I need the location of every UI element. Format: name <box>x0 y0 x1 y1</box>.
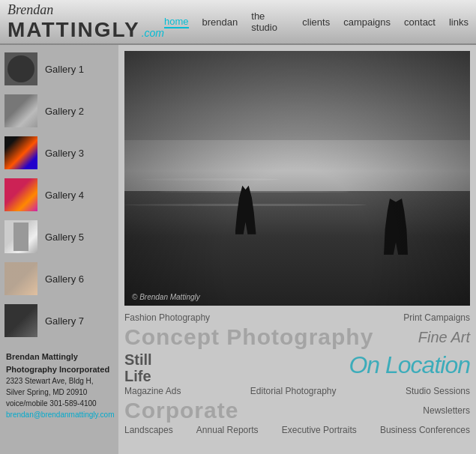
nav-campaigns[interactable]: campaigns <box>343 16 391 28</box>
gallery-label-4: Gallery 4 <box>45 190 84 201</box>
contact-name-line2: Photography Incorporated <box>6 363 112 376</box>
studio-sessions-label[interactable]: Studio Sessions <box>406 386 470 396</box>
still-life-line1-label[interactable]: Still <box>124 351 152 368</box>
contact-address: 2323 Stewart Ave, Bldg H, <box>6 375 112 387</box>
gallery-label-5: Gallery 5 <box>45 231 84 243</box>
services-row-2: Concept Photography Fine Art <box>124 324 470 351</box>
nav-contact[interactable]: contact <box>404 16 436 28</box>
gallery-thumb-5 <box>4 220 37 253</box>
corporate-label[interactable]: Corporate <box>124 398 238 423</box>
gallery-item-7[interactable]: Gallery 7 <box>0 300 118 342</box>
header: Brendan MATTINGLY .com home brendan the … <box>0 0 476 45</box>
gallery-thumb-3 <box>4 136 37 169</box>
editorial-photography-label[interactable]: Editorial Photography <box>250 386 337 396</box>
logo: Brendan MATTINGLY .com <box>7 2 164 42</box>
nav-clients[interactable]: clients <box>302 16 330 28</box>
executive-portraits-label[interactable]: Executive Portraits <box>282 425 357 435</box>
gallery-thumb-7 <box>4 304 37 337</box>
gallery-item-1[interactable]: Gallery 1 <box>0 48 118 90</box>
nav-brendan[interactable]: brendan <box>202 16 238 28</box>
logo-script: Brendan <box>7 2 164 18</box>
gallery-item-5[interactable]: Gallery 5 <box>0 216 118 258</box>
gallery-label-1: Gallery 1 <box>45 64 84 75</box>
fine-art-label[interactable]: Fine Art <box>418 329 470 346</box>
gallery-item-6[interactable]: Gallery 6 <box>0 258 118 300</box>
on-location-label[interactable]: On Location <box>349 351 470 379</box>
gallery-thumb-1 <box>4 52 37 85</box>
services-row-1: Fashion Photography Print Campaigns <box>124 312 470 324</box>
contact-phone: voice/mobile 301-589-4100 <box>6 398 112 409</box>
main-layout: Gallery 1 Gallery 2 Gallery 3 Gallery 4 … <box>0 45 476 454</box>
photo-overlay <box>124 51 470 306</box>
services-row-3: Still Life On Location <box>124 351 470 385</box>
print-campaigns-label[interactable]: Print Campaigns <box>403 312 470 323</box>
contact-name-line1: Brendan Mattingly <box>6 351 112 363</box>
sidebar: Gallery 1 Gallery 2 Gallery 3 Gallery 4 … <box>0 45 118 454</box>
services-row-4: Magazine Ads Editorial Photography Studi… <box>124 385 470 397</box>
gallery-thumb-2 <box>4 94 37 127</box>
annual-reports-label[interactable]: Annual Reports <box>196 425 259 435</box>
nav-links[interactable]: links <box>449 16 469 28</box>
main-nav: home brendan the studio clients campaign… <box>164 10 469 33</box>
landscapes-label[interactable]: Landscapes <box>124 425 173 435</box>
newsletters-label[interactable]: Newsletters <box>423 405 470 416</box>
content-area: © Brendan Mattingly Fashion Photography … <box>118 45 476 454</box>
gallery-label-6: Gallery 6 <box>45 273 84 285</box>
gallery-item-3[interactable]: Gallery 3 <box>0 132 118 174</box>
contact-info: Brendan Mattingly Photography Incorporat… <box>0 345 118 426</box>
gallery-label-7: Gallery 7 <box>45 315 84 327</box>
gallery-thumb-4 <box>4 178 37 211</box>
photo-background <box>124 51 470 306</box>
still-life-line2-label[interactable]: Life <box>124 368 152 384</box>
magazine-ads-label[interactable]: Magazine Ads <box>124 386 181 396</box>
contact-email[interactable]: brendan@brendanmattingly.com <box>6 409 112 420</box>
concept-photography-label[interactable]: Concept Photography <box>124 324 373 350</box>
nav-studio[interactable]: the studio <box>251 10 289 33</box>
fashion-photography-label[interactable]: Fashion Photography <box>124 312 210 323</box>
logo-com: .com <box>142 27 164 39</box>
services-section: Fashion Photography Print Campaigns Conc… <box>118 309 476 454</box>
contact-city: Silver Spring, MD 20910 <box>6 387 112 398</box>
gallery-label-3: Gallery 3 <box>45 148 84 159</box>
gallery-label-2: Gallery 2 <box>45 106 84 117</box>
nav-home[interactable]: home <box>164 16 189 28</box>
services-row-5: Corporate Newsletters <box>124 397 470 424</box>
gallery-item-2[interactable]: Gallery 2 <box>0 90 118 132</box>
business-conferences-label[interactable]: Business Conferences <box>380 425 470 435</box>
main-photo: © Brendan Mattingly <box>124 51 470 306</box>
gallery-item-4[interactable]: Gallery 4 <box>0 174 118 216</box>
photo-credit: © Brendan Mattingly <box>132 293 200 301</box>
gallery-thumb-6 <box>4 262 37 295</box>
services-row-6: Landscapes Annual Reports Executive Port… <box>124 424 470 436</box>
logo-main: MATTINGLY <box>7 18 140 42</box>
